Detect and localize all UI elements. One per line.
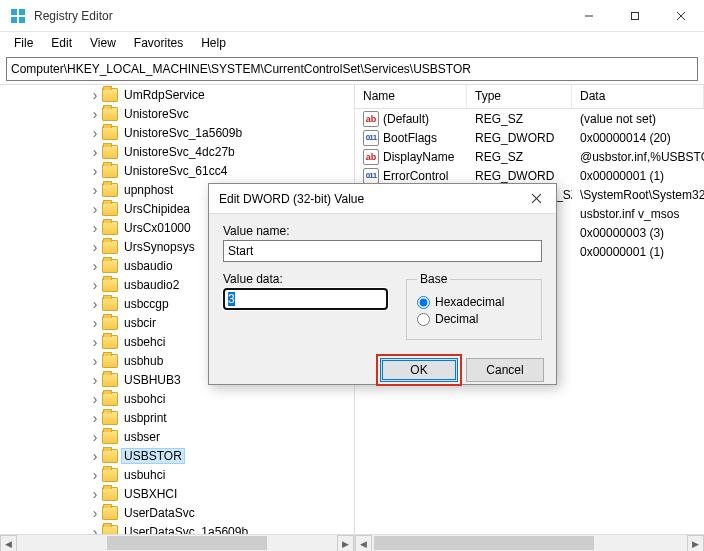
folder-icon	[102, 183, 118, 197]
tree-item[interactable]: ›UnistoreSvc_4dc27b	[0, 142, 354, 161]
value-data: \SystemRoot\System32\drivers\USBSTOR.SYS	[572, 188, 704, 202]
expand-icon[interactable]: ›	[88, 448, 102, 464]
value-name: DisplayName	[383, 150, 454, 164]
window-title: Registry Editor	[34, 9, 566, 23]
scroll-left-icon[interactable]: ◀	[0, 535, 17, 551]
expand-icon[interactable]: ›	[88, 258, 102, 274]
folder-icon	[102, 449, 118, 463]
radio-dec[interactable]: Decimal	[417, 312, 531, 326]
value-name-label: Value name:	[223, 224, 542, 238]
expand-icon[interactable]: ›	[88, 182, 102, 198]
tree-item[interactable]: ›UmRdpService	[0, 85, 354, 104]
tree-item-label: UmRdpService	[122, 88, 207, 102]
folder-icon	[102, 316, 118, 330]
tree-item-label: UnistoreSvc_61cc4	[122, 164, 229, 178]
expand-icon[interactable]: ›	[88, 353, 102, 369]
expand-icon[interactable]: ›	[88, 429, 102, 445]
expand-icon[interactable]: ›	[88, 486, 102, 502]
value-type: REG_SZ	[467, 150, 572, 164]
menu-favorites[interactable]: Favorites	[126, 34, 191, 52]
tree-item[interactable]: ›USBSTOR	[0, 446, 354, 465]
expand-icon[interactable]: ›	[88, 505, 102, 521]
folder-icon	[102, 506, 118, 520]
dialog-title: Edit DWORD (32-bit) Value	[219, 192, 516, 206]
tree-item[interactable]: ›UnistoreSvc_61cc4	[0, 161, 354, 180]
col-name[interactable]: Name	[355, 85, 467, 108]
dword-value-icon: 011	[363, 130, 379, 146]
tree-hscroll[interactable]: ◀ ▶	[0, 534, 354, 551]
address-bar[interactable]: Computer\HKEY_LOCAL_MACHINE\SYSTEM\Curre…	[6, 57, 698, 81]
tree-item-label: usbser	[122, 430, 162, 444]
radio-hex[interactable]: Hexadecimal	[417, 295, 531, 309]
ok-button[interactable]: OK	[380, 358, 458, 382]
tree-item-label: usbohci	[122, 392, 167, 406]
tree-item[interactable]: ›usbprint	[0, 408, 354, 427]
scroll-left-icon[interactable]: ◀	[355, 535, 372, 551]
expand-icon[interactable]: ›	[88, 125, 102, 141]
folder-icon	[102, 221, 118, 235]
folder-icon	[102, 297, 118, 311]
col-data[interactable]: Data	[572, 85, 704, 108]
value-data-field[interactable]	[223, 288, 388, 310]
expand-icon[interactable]: ›	[88, 296, 102, 312]
dword-value-icon: 011	[363, 168, 379, 184]
minimize-button[interactable]	[566, 0, 612, 32]
expand-icon[interactable]: ›	[88, 315, 102, 331]
menu-file[interactable]: File	[6, 34, 41, 52]
expand-icon[interactable]: ›	[88, 334, 102, 350]
expand-icon[interactable]: ›	[88, 201, 102, 217]
expand-icon[interactable]: ›	[88, 391, 102, 407]
close-button[interactable]	[658, 0, 704, 32]
value-name: ErrorControl	[383, 169, 448, 183]
expand-icon[interactable]: ›	[88, 277, 102, 293]
tree-item-label: usbcir	[122, 316, 158, 330]
tree-item[interactable]: ›USBXHCI	[0, 484, 354, 503]
expand-icon[interactable]: ›	[88, 106, 102, 122]
expand-icon[interactable]: ›	[88, 467, 102, 483]
expand-icon[interactable]: ›	[88, 372, 102, 388]
window-titlebar: Registry Editor	[0, 0, 704, 32]
folder-icon	[102, 335, 118, 349]
tree-item[interactable]: ›usbser	[0, 427, 354, 446]
svg-rect-3	[19, 17, 25, 23]
tree-item-label: UnistoreSvc	[122, 107, 191, 121]
tree-item[interactable]: ›UnistoreSvc_1a5609b	[0, 123, 354, 142]
list-hscroll[interactable]: ◀ ▶	[355, 534, 704, 551]
folder-icon	[102, 126, 118, 140]
maximize-button[interactable]	[612, 0, 658, 32]
folder-icon	[102, 468, 118, 482]
tree-item[interactable]: ›usbuhci	[0, 465, 354, 484]
value-row[interactable]: abDisplayNameREG_SZ@usbstor.inf,%USBSTOR…	[355, 147, 704, 166]
svg-rect-2	[11, 17, 17, 23]
tree-item-label: upnphost	[122, 183, 175, 197]
menu-view[interactable]: View	[82, 34, 124, 52]
menu-edit[interactable]: Edit	[43, 34, 80, 52]
tree-item[interactable]: ›usbohci	[0, 389, 354, 408]
value-data: 0x00000014 (20)	[572, 131, 704, 145]
tree-item[interactable]: ›UserDataSvc	[0, 503, 354, 522]
col-type[interactable]: Type	[467, 85, 572, 108]
tree-item-label: UrsSynopsys	[122, 240, 197, 254]
tree-item[interactable]: ›UnistoreSvc	[0, 104, 354, 123]
menu-help[interactable]: Help	[193, 34, 234, 52]
scroll-right-icon[interactable]: ▶	[337, 535, 354, 551]
value-row[interactable]: ab(Default)REG_SZ(value not set)	[355, 109, 704, 128]
expand-icon[interactable]: ›	[88, 220, 102, 236]
expand-icon[interactable]: ›	[88, 163, 102, 179]
cancel-button[interactable]: Cancel	[466, 358, 544, 382]
scroll-right-icon[interactable]: ▶	[687, 535, 704, 551]
value-row[interactable]: 011BootFlagsREG_DWORD0x00000014 (20)	[355, 128, 704, 147]
folder-icon	[102, 392, 118, 406]
tree-item-label: usbaudio	[122, 259, 175, 273]
dialog-close-button[interactable]	[516, 184, 556, 214]
svg-rect-1	[19, 9, 25, 15]
value-type: REG_SZ	[467, 112, 572, 126]
expand-icon[interactable]: ›	[88, 87, 102, 103]
expand-icon[interactable]: ›	[88, 144, 102, 160]
expand-icon[interactable]: ›	[88, 410, 102, 426]
value-name-field[interactable]	[223, 240, 542, 262]
svg-rect-5	[632, 12, 639, 19]
svg-rect-0	[11, 9, 17, 15]
expand-icon[interactable]: ›	[88, 239, 102, 255]
tree-item-label: usbaudio2	[122, 278, 181, 292]
